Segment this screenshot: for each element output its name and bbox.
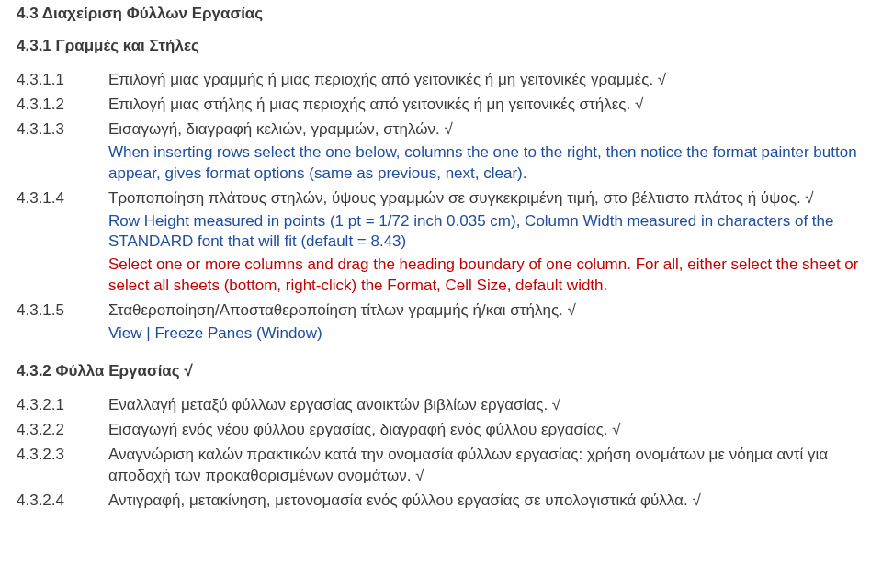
item-number: 4.3.2.1 bbox=[17, 395, 108, 416]
item-text: Επιλογή μιας γραμμής ή μιας περιοχής από… bbox=[108, 70, 865, 91]
item-text: Σταθεροποίηση/Αποσταθεροποίηση τίτλων γρ… bbox=[108, 300, 865, 322]
item-note: View | Freeze Panes (Window) bbox=[108, 323, 865, 345]
section-subheading-2: 4.3.2 Φύλλα Εργασίας √ bbox=[17, 361, 865, 382]
item-note: Row Height measured in points (1 pt = 1/… bbox=[108, 211, 865, 254]
item-text: Αναγνώριση καλών πρακτικών κατά την ονομ… bbox=[108, 445, 865, 487]
item-text: Επιλογή μιας στήλης ή μιας περιοχής από … bbox=[108, 95, 865, 116]
item-4-3-1-5: 4.3.1.5 Σταθεροποίηση/Αποσταθεροποίηση τ… bbox=[17, 300, 865, 346]
item-4-3-2-2: 4.3.2.2 Εισαγωγή ενός νέου φύλλου εργασί… bbox=[17, 420, 865, 443]
item-note: When inserting rows select the one below… bbox=[108, 142, 865, 185]
section-heading: 4.3 Διαχείριση Φύλλων Εργασίας bbox=[17, 4, 865, 25]
item-4-3-1-3: 4.3.1.3 Εισαγωγή, διαγραφή κελιών, γραμμ… bbox=[17, 119, 865, 187]
item-note-red: Select one or more columns and drag the … bbox=[108, 254, 865, 297]
item-text: Εισαγωγή ενός νέου φύλλου εργασίας, διαγ… bbox=[108, 420, 865, 441]
item-4-3-1-2: 4.3.1.2 Επιλογή μιας στήλης ή μιας περιο… bbox=[17, 95, 865, 118]
item-4-3-2-4: 4.3.2.4 Αντιγραφή, μετακίνηση, μετονομασ… bbox=[17, 491, 865, 514]
item-number: 4.3.1.4 bbox=[17, 188, 108, 209]
item-text: Τροποποίηση πλάτους στηλών, ύψους γραμμώ… bbox=[108, 188, 865, 209]
item-number: 4.3.1.3 bbox=[17, 119, 108, 141]
item-number: 4.3.1.5 bbox=[17, 300, 108, 322]
item-4-3-1-4: 4.3.1.4 Τροποποίηση πλάτους στηλών, ύψου… bbox=[17, 188, 865, 300]
item-number: 4.3.2.4 bbox=[17, 491, 108, 512]
item-4-3-2-1: 4.3.2.1 Εναλλαγή μεταξύ φύλλων εργασίας … bbox=[17, 395, 865, 418]
item-text: Εισαγωγή, διαγραφή κελιών, γραμμών, στηλ… bbox=[108, 119, 865, 141]
item-number: 4.3.1.1 bbox=[17, 70, 108, 91]
item-number: 4.3.2.3 bbox=[17, 445, 108, 466]
section-subheading: 4.3.1 Γραμμές και Στήλες bbox=[17, 36, 865, 57]
item-4-3-2-3: 4.3.2.3 Αναγνώριση καλών πρακτικών κατά … bbox=[17, 445, 865, 489]
item-text: Εναλλαγή μεταξύ φύλλων εργασίας ανοικτών… bbox=[108, 395, 865, 416]
item-text: Αντιγραφή, μετακίνηση, μετονομασία ενός … bbox=[108, 491, 865, 512]
item-number: 4.3.1.2 bbox=[17, 95, 108, 116]
item-number: 4.3.2.2 bbox=[17, 420, 108, 441]
item-4-3-1-1: 4.3.1.1 Επιλογή μιας γραμμής ή μιας περι… bbox=[17, 70, 865, 93]
